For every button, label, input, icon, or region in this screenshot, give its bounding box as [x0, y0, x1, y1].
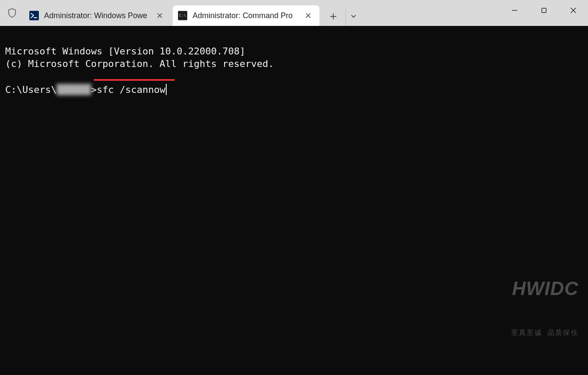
red-underline-annotation [94, 79, 175, 81]
watermark: HWIDC 至真至诚 品质保住 [511, 250, 579, 363]
watermark-tagline: 至真至诚 品质保住 [511, 328, 579, 337]
terminal-output[interactable]: Microsoft Windows [Version 10.0.22000.70… [0, 26, 588, 375]
shield-admin-icon [3, 8, 21, 18]
window-controls [500, 0, 588, 21]
terminal-header-line: (c) Microsoft Corporation. All rights re… [5, 58, 274, 69]
tab-title: Administrator: Windows Powe [44, 11, 150, 20]
close-window-button[interactable] [559, 0, 588, 21]
text-cursor [166, 84, 167, 95]
powershell-icon [29, 11, 39, 20]
tab-title: Administrator: Command Pro [193, 11, 299, 20]
svg-rect-8 [542, 8, 546, 13]
terminal-prompt-line: C:\Users\██████>sfc /scannow [5, 83, 167, 96]
prompt-separator: > [91, 84, 97, 95]
titlebar: Administrator: Windows Powe C:\ Administ… [0, 0, 588, 26]
watermark-brand: HWIDC [511, 276, 579, 301]
terminal-command: sfc /scannow [97, 84, 165, 95]
tab-dropdown-button[interactable] [345, 7, 361, 26]
cmd-icon: C:\ [178, 11, 187, 20]
new-tab-button[interactable] [324, 7, 343, 26]
tab-strip: Administrator: Windows Powe C:\ Administ… [24, 0, 361, 26]
tab-close-button[interactable] [302, 10, 314, 22]
tab-command-prompt[interactable]: C:\ Administrator: Command Pro [173, 5, 319, 26]
minimize-button[interactable] [500, 0, 529, 21]
prompt-path-prefix: C:\Users\ [5, 84, 57, 95]
maximize-button[interactable] [529, 0, 559, 21]
terminal-header-line: Microsoft Windows [Version 10.0.22000.70… [5, 46, 245, 57]
prompt-username-blurred: ██████ [57, 83, 91, 96]
tab-powershell[interactable]: Administrator: Windows Powe [24, 5, 171, 26]
tab-close-button[interactable] [154, 10, 166, 22]
